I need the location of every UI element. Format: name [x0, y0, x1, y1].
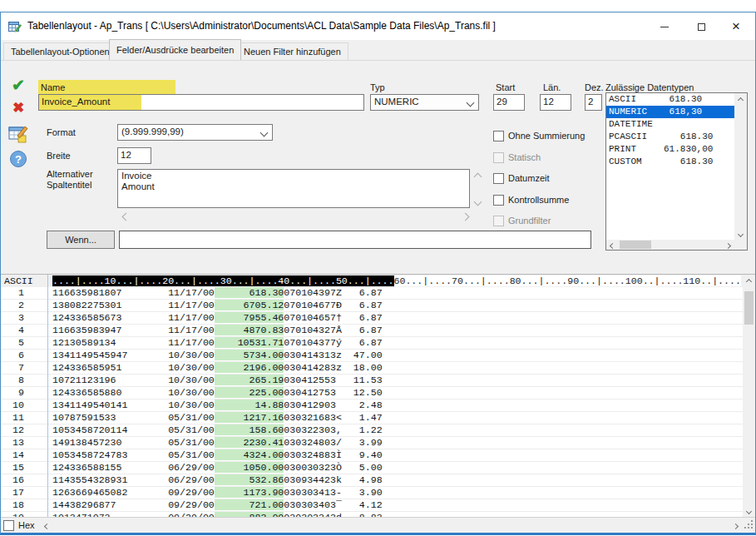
data-row[interactable]: 141053458724783 05/31/00 4324.0003032488…	[1, 449, 755, 462]
data-row[interactable]: 1116635981807 11/17/00 618.30070104397Z …	[1, 287, 755, 300]
checkbox-statisch: Statisch	[493, 152, 541, 164]
record-suffix: 030412903 2.48	[284, 400, 382, 410]
data-row[interactable]: 3124336585673 11/17/00 7955.46070104657†…	[1, 312, 755, 325]
format-label: Format	[47, 127, 76, 137]
tab-felder-ausdruecke-bearbeiten[interactable]: Felder/Ausdrücke bearbeiten	[109, 39, 241, 60]
titlebar[interactable]: Tabellenlayout - Ap_Trans [ C:\Users\Adm…	[1, 12, 755, 40]
scroll-left-icon[interactable]	[41, 519, 53, 532]
column-ruler[interactable]: ASCII ....|....10...|....20...|....30...…	[1, 275, 755, 287]
wenn-button[interactable]: Wenn...	[47, 231, 115, 249]
selected-field-value: 10531.71	[215, 337, 284, 348]
record-prefix: 1143554328931 06/29/00	[52, 474, 215, 485]
data-row[interactable]: 1110787591533 05/31/00 1217.16030321683<…	[1, 412, 755, 424]
checkbox-kontrollsumme[interactable]: Kontrollsumme	[493, 195, 569, 206]
scroll-left-icon[interactable]	[606, 240, 619, 250]
scrollbar-thumb[interactable]	[620, 241, 651, 249]
data-row[interactable]: 101341149540141 10/30/00 14.88030412903 …	[1, 400, 755, 412]
data-row[interactable]: 2138082275301 11/17/00 6705.12070104677Ð…	[1, 300, 755, 312]
datatypes-label: Zulässige Datentypen	[605, 82, 694, 92]
edit-table-icon[interactable]	[7, 124, 29, 144]
datatypes-horizontal-scrollbar[interactable]	[606, 240, 734, 250]
close-button[interactable]: ×	[722, 12, 750, 40]
scroll-right-icon[interactable]	[729, 519, 742, 532]
dez-label: Dez.	[585, 82, 604, 92]
scrollbar-thumb[interactable]	[744, 291, 754, 325]
chevron-down-icon	[467, 99, 475, 107]
scroll-up-icon[interactable]	[734, 93, 747, 106]
datatypes-listbox[interactable]: ASCII 618.30NUMERIC 618,30DATETIMEPCASCI…	[605, 92, 748, 251]
checkbox-datumzeit[interactable]: Datumzeit	[493, 173, 550, 185]
record-text: 124336585951 10/30/00 2196.00030414283z …	[52, 362, 383, 374]
selected-field-value: 1050.00	[215, 462, 284, 473]
laen-input[interactable]: 12	[540, 94, 571, 111]
maximize-button[interactable]	[687, 12, 715, 40]
record-prefix: 124336585880 10/30/00	[52, 387, 215, 398]
data-rows: 1116635981807 11/17/00 618.30070104397Z …	[1, 287, 755, 517]
hex-checkbox[interactable]	[3, 520, 14, 531]
record-suffix: 030324803/ 3.99	[284, 437, 382, 448]
delete-icon[interactable]: ✖	[7, 99, 29, 119]
datatype-item[interactable]: ASCII 618.30	[606, 93, 734, 106]
name-input[interactable]: Invoice_Amount	[38, 94, 364, 111]
data-row[interactable]: 4116635983947 11/17/00 4870.83070104327Å…	[1, 325, 755, 337]
tab-neuen-filter-hinzufuegen[interactable]: Neuen Filter hinzufügen	[236, 42, 348, 60]
datatype-item[interactable]: DATETIME	[606, 118, 734, 131]
data-row[interactable]: 161143554328931 06/29/00 532.86030934423…	[1, 474, 755, 487]
record-text: 1053458720114 05/31/00 158.60030322303, …	[52, 424, 383, 436]
start-input[interactable]: 29	[493, 94, 525, 111]
scroll-down-icon[interactable]	[734, 227, 747, 240]
record-prefix: 124336585673 11/17/00	[52, 312, 215, 323]
ruler-range[interactable]: 60...|....70...|....80...|....90...|....…	[394, 275, 741, 286]
data-row[interactable]: 7124336585951 10/30/00 2196.00030414283z…	[1, 362, 755, 375]
record-text: 149138457230 05/31/00 2230.41030324803/ …	[52, 437, 383, 449]
wenn-input[interactable]	[119, 231, 591, 249]
data-row[interactable]: 1814438296877 09/29/00 721.00030303403¯ …	[1, 499, 755, 512]
record-prefix: 1341149545947 10/30/00	[52, 350, 215, 360]
data-horizontal-scrollbar[interactable]	[41, 519, 742, 533]
data-row[interactable]: 13149138457230 05/31/00 2230.41030324803…	[1, 437, 755, 449]
alt-title-label: Alternativer Spaltentitel	[47, 169, 93, 191]
data-row[interactable]: 512130589134 11/17/00 10531.71070104377ý…	[1, 337, 755, 350]
data-row[interactable]: 9124336585880 10/30/00 225.00030412753 1…	[1, 387, 755, 400]
data-vertical-scrollbar[interactable]	[743, 275, 755, 517]
datatype-item[interactable]: CUSTOM 618.30	[606, 156, 734, 168]
scroll-right-icon[interactable]	[462, 213, 470, 221]
data-row[interactable]: 810721123196 10/30/00 265.19030412553 11…	[1, 375, 755, 387]
datatype-item[interactable]: PCASCII 618.30	[606, 131, 734, 143]
chevron-down-icon	[260, 129, 269, 137]
checkbox-box[interactable]	[493, 173, 504, 184]
accept-icon[interactable]: ✔	[7, 76, 29, 96]
alt-title-textarea[interactable]: Invoice Amount	[117, 169, 470, 208]
record-suffix: 070104677Ð 6.87	[284, 300, 382, 310]
data-row[interactable]: 15124336588155 06/29/00 1050.00030030323…	[1, 462, 755, 474]
scroll-right-icon[interactable]	[722, 240, 734, 250]
scroll-left-icon[interactable]	[122, 213, 131, 221]
format-select[interactable]: (9.999.999,99)	[117, 124, 273, 141]
typ-select[interactable]: NUMERIC	[370, 94, 479, 111]
scroll-down-icon[interactable]	[743, 504, 755, 517]
data-row[interactable]: 121053458720114 05/31/00 158.60030322303…	[1, 424, 755, 437]
scroll-up-icon[interactable]	[743, 275, 755, 287]
record-suffix: 030412753 12.50	[284, 387, 382, 398]
ruler-selected-range[interactable]: ....|....10...|....20...|....30...|....4…	[52, 275, 394, 286]
record-data-view: ASCII ....|....10...|....20...|....30...…	[1, 274, 755, 517]
resize-grip[interactable]	[743, 520, 753, 530]
checkbox-box[interactable]	[493, 195, 504, 206]
data-row[interactable]: 171263669465082 09/29/00 1173.9003030341…	[1, 487, 755, 499]
checkbox-box[interactable]	[493, 131, 504, 141]
checkbox-ohne-summierung[interactable]: Ohne Summierung	[493, 131, 585, 142]
datatypes-vertical-scrollbar[interactable]	[734, 93, 747, 250]
record-text: 124336585673 11/17/00 7955.46070104657† …	[52, 312, 383, 324]
record-prefix: 12130589134 11/17/00	[52, 337, 215, 348]
tab-tabellenlayout-optionen[interactable]: Tabellenlayout-Optionen	[3, 42, 117, 60]
minimize-button[interactable]	[650, 12, 679, 40]
dez-input[interactable]: 2	[585, 94, 602, 111]
breite-input[interactable]: 12	[117, 147, 151, 164]
help-icon[interactable]: ?	[7, 151, 29, 171]
datatype-item[interactable]: NUMERIC 618,30	[606, 106, 734, 118]
record-suffix: 030324883Ì 9.40	[284, 449, 382, 460]
datatype-item[interactable]: PRINT 61.830,00	[606, 143, 734, 156]
data-row[interactable]: 61341149545947 10/30/00 5734.00030414313…	[1, 350, 755, 362]
scroll-down-icon[interactable]	[474, 198, 482, 206]
scroll-up-icon[interactable]	[474, 173, 482, 181]
